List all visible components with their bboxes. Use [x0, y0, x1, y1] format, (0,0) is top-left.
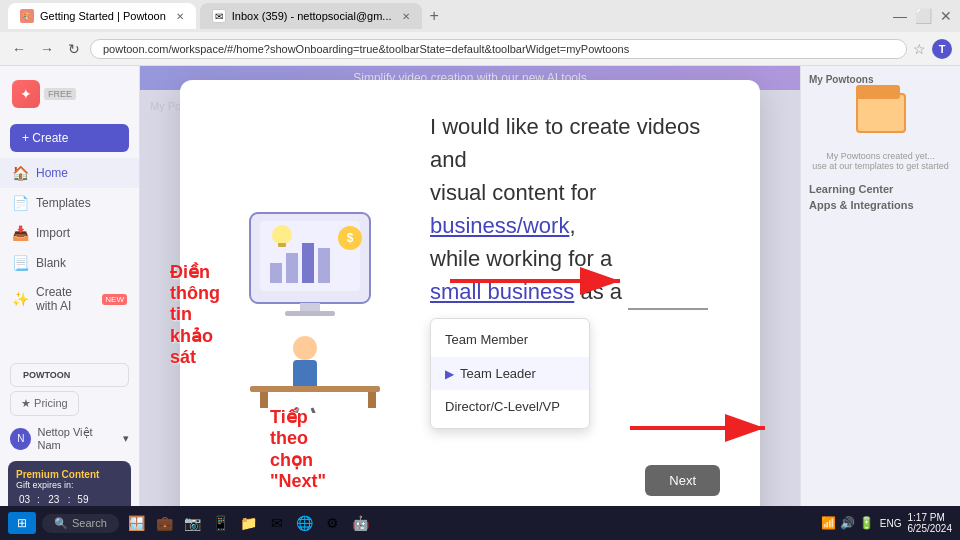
- create-button[interactable]: + Create: [10, 124, 129, 152]
- clock: 1:17 PM 6/25/2024: [908, 512, 953, 534]
- inactive-tab[interactable]: ✉ Inbox (359) - nettopsocial@gm... ✕: [200, 3, 422, 29]
- modal-footer: Next: [430, 465, 720, 496]
- sidebar-item-blank[interactable]: 📃 Blank: [0, 248, 139, 278]
- tab-label-powtoon: Getting Started | Powtoon: [40, 10, 166, 22]
- nav-label-home: Home: [36, 166, 68, 180]
- active-tab[interactable]: 🎨 Getting Started | Powtoon ✕: [8, 3, 196, 29]
- right-panel: My Powtoons My Powtoons created yet... u…: [800, 66, 960, 540]
- new-tab-button[interactable]: +: [426, 7, 443, 25]
- windows-start-button[interactable]: ⊞: [8, 512, 36, 534]
- sidebar-item-home[interactable]: 🏠 Home: [0, 158, 139, 188]
- back-button[interactable]: ←: [8, 39, 30, 59]
- right-panel-hint1: My Powtoons created yet...: [809, 151, 952, 161]
- import-icon: 📥: [12, 225, 28, 241]
- svg-rect-14: [250, 386, 380, 392]
- team-member-label: Team Member: [445, 330, 528, 350]
- url-input[interactable]: powtoon.com/workspace/#/home?showOnboard…: [90, 39, 907, 59]
- taskbar-icon-edge[interactable]: 🌐: [293, 511, 317, 535]
- forward-button[interactable]: →: [36, 39, 58, 59]
- premium-subtitle: Gift expires in:: [16, 480, 123, 490]
- profile-icon[interactable]: T: [932, 39, 952, 59]
- tab-close-gmail[interactable]: ✕: [402, 11, 410, 22]
- taskbar: ⊞ 🔍 Search 🪟 💼 📷 📱 📁 ✉ 🌐 ⚙ 🤖 📶 🔊 🔋 ENG 1…: [0, 506, 960, 540]
- close-button[interactable]: ✕: [940, 8, 952, 24]
- taskbar-search[interactable]: 🔍 Search: [42, 514, 119, 533]
- sidebar-item-ai[interactable]: ✨ Create with AI NEW: [0, 278, 139, 320]
- svg-rect-15: [260, 392, 268, 408]
- search-placeholder: Search: [72, 517, 107, 529]
- small-business-link[interactable]: small business: [430, 279, 574, 304]
- maximize-button[interactable]: ⬜: [915, 8, 932, 24]
- timer-days: 03: [16, 494, 33, 505]
- pricing-label: ★ Pricing: [21, 397, 68, 410]
- svg-rect-11: [285, 311, 335, 316]
- powtoon-logo-sidebar: POWTOON: [10, 363, 129, 387]
- svg-rect-4: [302, 243, 314, 283]
- dropdown-item-team-member[interactable]: Team Member: [431, 323, 589, 357]
- user-name: Nettop Việt Nam: [37, 426, 117, 451]
- reload-button[interactable]: ↻: [64, 39, 84, 59]
- my-powtoons-label: My Powtoons: [809, 74, 952, 85]
- taskbar-icon-folder[interactable]: 📁: [237, 511, 261, 535]
- next-button[interactable]: Next: [645, 465, 720, 496]
- svg-line-18: [312, 408, 318, 413]
- home-icon: 🏠: [12, 165, 28, 181]
- learning-center-label[interactable]: Learning Center: [809, 183, 952, 195]
- ai-icon: ✨: [12, 291, 28, 307]
- role-dropdown[interactable]: Team Member ▶ Team Leader Director/C-Lev…: [430, 318, 590, 429]
- taskbar-right: 📶 🔊 🔋 ENG 1:17 PM 6/25/2024: [821, 512, 952, 534]
- tab-label-gmail: Inbox (359) - nettopsocial@gm...: [232, 10, 392, 22]
- tab-favicon-gmail: ✉: [212, 9, 226, 23]
- taskbar-icon-teams[interactable]: 💼: [153, 511, 177, 535]
- svg-rect-9: [278, 243, 286, 247]
- battery-icon: 🔋: [859, 516, 874, 530]
- svg-rect-5: [318, 248, 330, 283]
- tab-favicon-powtoon: 🎨: [20, 9, 34, 23]
- create-button-label: + Create: [22, 131, 68, 145]
- tab-close-powtoon[interactable]: ✕: [176, 11, 184, 22]
- next-button-label: Next: [669, 473, 696, 488]
- svg-point-8: [272, 225, 292, 245]
- role-dropdown-container: Team Member ▶ Team Leader Director/C-Lev…: [430, 318, 720, 429]
- taskbar-icon-windows[interactable]: 🪟: [125, 511, 149, 535]
- modal-dialog: $: [180, 80, 760, 526]
- team-leader-label: Team Leader: [460, 364, 536, 384]
- volume-icon: 🔊: [840, 516, 855, 530]
- sidebar-item-import[interactable]: 📥 Import: [0, 218, 139, 248]
- sidebar-item-templates[interactable]: 📄 Templates: [0, 188, 139, 218]
- taskbar-icon-android[interactable]: 🤖: [349, 511, 373, 535]
- chevron-down-icon: ▾: [123, 432, 129, 445]
- premium-title: Premium Content: [16, 469, 123, 480]
- taskbar-icon-mail[interactable]: ✉: [265, 511, 289, 535]
- svg-rect-2: [270, 263, 282, 283]
- svg-point-12: [293, 336, 317, 360]
- bookmark-icon[interactable]: ☆: [913, 41, 926, 57]
- date-display: 6/25/2024: [908, 523, 953, 534]
- sidebar: ✦ FREE + Create 🏠 Home 📄 Templates 📥 Imp…: [0, 66, 140, 540]
- system-tray: 📶 🔊 🔋: [821, 516, 874, 530]
- user-area[interactable]: N Nettop Việt Nam ▾: [0, 420, 139, 457]
- blank-icon: 📃: [12, 255, 28, 271]
- taskbar-icon-photos[interactable]: 📷: [181, 511, 205, 535]
- right-panel-hint2: use at our templates to get started: [809, 161, 952, 171]
- minimize-button[interactable]: —: [893, 8, 907, 24]
- url-text: powtoon.com/workspace/#/home?showOnboard…: [103, 43, 629, 55]
- network-icon: 📶: [821, 516, 836, 530]
- taskbar-icon-apps[interactable]: 📱: [209, 511, 233, 535]
- business-work-link[interactable]: business/work: [430, 213, 569, 238]
- apps-integrations-label[interactable]: Apps & Integrations: [809, 199, 952, 211]
- modal-description: I would like to create videos and visual…: [430, 110, 720, 429]
- user-avatar: N: [10, 428, 31, 450]
- powtoon-logo-text: POWTOON: [23, 370, 70, 380]
- timer-mins: 59: [74, 494, 91, 505]
- main-content: Simplify video creation with our new AI …: [140, 66, 800, 540]
- pricing-button[interactable]: ★ Pricing: [10, 391, 79, 416]
- check-icon: ▶: [445, 365, 454, 383]
- taskbar-icon-chrome[interactable]: ⚙: [321, 511, 345, 535]
- dropdown-item-team-leader[interactable]: ▶ Team Leader: [431, 357, 589, 391]
- nav-label-import: Import: [36, 226, 70, 240]
- search-icon: 🔍: [54, 517, 68, 530]
- logo-icon: ✦: [12, 80, 40, 108]
- taskbar-icons: 🪟 💼 📷 📱 📁 ✉ 🌐 ⚙ 🤖: [125, 511, 373, 535]
- dropdown-item-director[interactable]: Director/C-Level/VP: [431, 390, 589, 424]
